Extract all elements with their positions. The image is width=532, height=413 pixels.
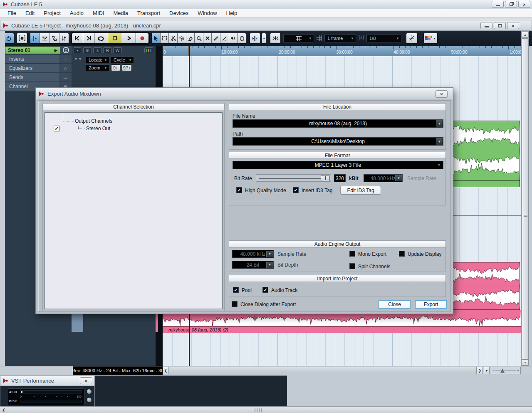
track-list-dropdown[interactable]: ▼ <box>74 47 81 53</box>
stop-button[interactable] <box>108 33 121 43</box>
zoom-preset-dropdown[interactable]: ▼ <box>484 367 490 374</box>
timeline-ruler[interactable]: 0 10:00:00 20:00:00 30:00:00 40:00:00 50… <box>163 46 521 56</box>
menu-devices[interactable]: Devices <box>165 10 193 17</box>
menu-media[interactable]: Media <box>109 10 132 17</box>
line-tool[interactable] <box>220 33 229 43</box>
show-info-line-button[interactable] <box>40 33 49 43</box>
bit-rate-slider[interactable] <box>256 174 331 182</box>
split-channels-checkbox[interactable] <box>349 263 355 269</box>
glue-tool[interactable] <box>178 33 186 43</box>
menu-file[interactable]: File <box>3 10 20 17</box>
cycle-dropdown[interactable]: Cycle▼ <box>111 57 134 63</box>
vst-titlebar[interactable]: VST Performance × <box>0 376 94 386</box>
mute-tool[interactable] <box>203 33 212 43</box>
grid-type-dropdown[interactable]: 1 frame ▼ <box>324 34 356 42</box>
goto-start-button[interactable] <box>72 33 83 43</box>
edit-id3-button[interactable]: Edit ID3 Tag <box>340 186 381 195</box>
inspector-section-sends[interactable]: Sends <box>5 73 59 82</box>
high-quality-checkbox[interactable] <box>236 187 242 193</box>
menu-transport[interactable]: Transport <box>133 10 164 17</box>
inspector-section-equalizers[interactable]: Equalizers <box>5 64 59 73</box>
app-horizontal-scrollbar[interactable]: ❮ <box>0 406 532 413</box>
locate-dropdown[interactable]: Locate▼ <box>86 57 109 63</box>
zoom-preset-1-button[interactable]: 9+ <box>111 64 120 71</box>
zoom-out-icon[interactable]: − <box>492 368 495 373</box>
export-button[interactable]: Export <box>415 300 447 309</box>
edit-channel-button[interactable]: e <box>63 47 69 53</box>
write-all-button[interactable]: W <box>113 47 122 53</box>
engine-sample-rate-dropdown[interactable]: 48.000 kHz ▼ <box>232 250 274 258</box>
toolbar-collapse-left-icon[interactable]: ◂ <box>262 33 266 44</box>
quantize-dropdown[interactable]: 1/8 ▼ <box>366 34 401 42</box>
project-minimize-button[interactable] <box>480 22 492 29</box>
menu-midi[interactable]: MIDI <box>89 10 108 17</box>
vertical-scrollbar-thumb[interactable] <box>522 38 529 359</box>
read-all-button[interactable]: R <box>103 47 112 53</box>
bit-rate-slider-thumb[interactable] <box>321 175 330 181</box>
audio-track-checkbox[interactable] <box>262 287 268 293</box>
bit-rate-value-box[interactable]: 320 <box>334 174 346 182</box>
bit-depth-dropdown[interactable]: 24 Bit ▼ <box>232 261 274 269</box>
project-close-button[interactable]: × <box>507 22 519 29</box>
vst-close-button[interactable]: × <box>80 377 92 384</box>
audio-clip-pink[interactable] <box>452 262 520 310</box>
menu-project[interactable]: Project <box>40 10 64 17</box>
goto-end-button[interactable] <box>83 33 94 43</box>
update-display-checkbox[interactable] <box>399 251 405 257</box>
scroll-up-icon[interactable]: ▲ <box>522 32 529 38</box>
menu-audio[interactable]: Audio <box>66 10 88 17</box>
crosshair-cursor-button[interactable] <box>406 33 418 44</box>
draw-tool[interactable] <box>212 33 220 43</box>
zoom-slider-thumb[interactable] <box>500 368 505 373</box>
close-after-export-checkbox[interactable] <box>232 301 238 307</box>
insert-id3-checkbox[interactable] <box>293 187 299 193</box>
range-selection-tool[interactable] <box>161 33 169 43</box>
file-name-dropdown[interactable]: mixyhouse 08 (aug, 2013) ▼ <box>233 119 443 128</box>
zoom-in-icon[interactable]: + <box>517 368 519 373</box>
split-tool[interactable] <box>169 33 178 43</box>
mute-all-button[interactable]: m <box>83 47 92 53</box>
erase-tool[interactable] <box>186 33 195 43</box>
minimize-button[interactable] <box>492 1 504 8</box>
close-button[interactable]: × <box>518 1 530 8</box>
snap-type-dropdown[interactable]: ▼ <box>283 34 314 42</box>
menu-edit[interactable]: Edit <box>21 10 39 17</box>
show-inspector-button[interactable] <box>30 33 40 43</box>
object-selection-tool[interactable] <box>152 33 161 43</box>
scroll-right-icon[interactable]: ❯ <box>477 367 483 374</box>
dialog-titlebar[interactable]: Export Audio Mixdown <box>36 88 453 99</box>
cycle-button[interactable] <box>94 33 108 43</box>
close-dialog-button[interactable]: Close <box>379 300 411 309</box>
audio-clip-green[interactable] <box>452 121 520 187</box>
autoscroll-button[interactable] <box>250 33 260 44</box>
scroll-down-icon[interactable]: ▼ <box>522 359 529 366</box>
channel-selection-tree[interactable]: Output Channels Stereo Out <box>45 112 223 309</box>
zoom-dropdown[interactable]: Zoom▼ <box>86 64 109 71</box>
record-button[interactable] <box>136 33 148 43</box>
zoom-slider[interactable]: − + <box>491 367 521 374</box>
snap-button[interactable] <box>270 33 281 44</box>
pool-checkbox[interactable] <box>233 287 239 293</box>
track-colors-button[interactable] <box>144 47 153 53</box>
app-scroll-left-icon[interactable]: ❮ <box>1 407 7 413</box>
stereo-out-checkbox[interactable] <box>54 126 59 131</box>
color-tool[interactable] <box>238 33 246 43</box>
menu-help[interactable]: Help <box>222 10 242 17</box>
dialog-close-button[interactable]: × <box>435 90 448 98</box>
solo-all-button[interactable]: s <box>93 47 102 53</box>
zoom-tool[interactable] <box>195 33 203 43</box>
play-scrub-tool[interactable] <box>229 33 238 43</box>
inspector-track-header[interactable]: Stereo 01 ▶ <box>5 46 60 54</box>
tree-item-output-channels[interactable]: Output Channels <box>75 118 112 124</box>
color-palette-button[interactable]: ▼ <box>423 33 438 44</box>
restore-button[interactable] <box>505 1 517 8</box>
horizontal-scrollbar[interactable] <box>169 367 477 374</box>
inspector-section-inserts[interactable]: Inserts <box>5 55 59 64</box>
scroll-left-icon[interactable]: ❮ <box>163 367 169 374</box>
mono-export-checkbox[interactable] <box>349 251 355 257</box>
path-dropdown[interactable]: C:\Users\Misko\Desktop ▼ <box>233 137 443 146</box>
filter-funnel-icons[interactable]: ▼▼ <box>74 57 82 61</box>
open-mixer-button[interactable] <box>59 33 69 43</box>
file-format-dropdown[interactable]: MPEG 1 Layer 3 File ▼ <box>233 161 443 169</box>
mp3-sample-rate-dropdown[interactable]: 48.000 kHz ▼ <box>364 174 403 182</box>
